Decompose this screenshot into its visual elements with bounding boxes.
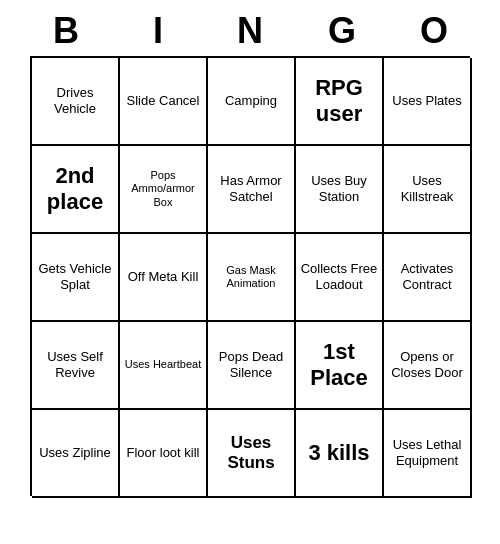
cell-text-7: Has Armor Satchel [212,173,290,204]
bingo-cell-3: RPG user [296,58,384,146]
cell-text-17: Pops Dead Silence [212,349,290,380]
cell-text-19: Opens or Closes Door [388,349,466,380]
cell-text-13: Collects Free Loadout [300,261,378,292]
bingo-cell-24: Uses Lethal Equipment [384,410,472,498]
cell-text-18: 1st Place [300,339,378,392]
bingo-letter-O: O [390,10,478,52]
bingo-cell-7: Has Armor Satchel [208,146,296,234]
cell-text-11: Off Meta Kill [128,269,199,285]
bingo-cell-1: Slide Cancel [120,58,208,146]
cell-text-22: Uses Stuns [212,433,290,474]
bingo-cell-15: Uses Self Revive [32,322,120,410]
cell-text-2: Camping [225,93,277,109]
bingo-cell-6: Pops Ammo/armor Box [120,146,208,234]
bingo-header: BINGO [20,10,480,52]
bingo-cell-21: Floor loot kill [120,410,208,498]
bingo-cell-23: 3 kills [296,410,384,498]
bingo-letter-I: I [114,10,202,52]
bingo-cell-10: Gets Vehicle Splat [32,234,120,322]
bingo-cell-20: Uses Zipline [32,410,120,498]
cell-text-3: RPG user [300,75,378,128]
cell-text-12: Gas Mask Animation [212,264,290,290]
bingo-letter-B: B [22,10,110,52]
bingo-letter-G: G [298,10,386,52]
cell-text-21: Floor loot kill [127,445,200,461]
bingo-cell-14: Activates Contract [384,234,472,322]
cell-text-5: 2nd place [36,163,114,216]
bingo-cell-0: Drives Vehicle [32,58,120,146]
cell-text-8: Uses Buy Station [300,173,378,204]
bingo-letter-N: N [206,10,294,52]
cell-text-4: Uses Plates [392,93,461,109]
cell-text-24: Uses Lethal Equipment [388,437,466,468]
bingo-grid: Drives VehicleSlide CancelCampingRPG use… [30,56,470,496]
bingo-cell-4: Uses Plates [384,58,472,146]
bingo-cell-17: Pops Dead Silence [208,322,296,410]
bingo-cell-9: Uses Killstreak [384,146,472,234]
cell-text-0: Drives Vehicle [36,85,114,116]
bingo-cell-5: 2nd place [32,146,120,234]
bingo-cell-19: Opens or Closes Door [384,322,472,410]
bingo-cell-11: Off Meta Kill [120,234,208,322]
bingo-cell-16: Uses Heartbeat [120,322,208,410]
bingo-cell-12: Gas Mask Animation [208,234,296,322]
cell-text-15: Uses Self Revive [36,349,114,380]
bingo-cell-8: Uses Buy Station [296,146,384,234]
bingo-cell-18: 1st Place [296,322,384,410]
bingo-cell-13: Collects Free Loadout [296,234,384,322]
cell-text-1: Slide Cancel [127,93,200,109]
cell-text-14: Activates Contract [388,261,466,292]
cell-text-20: Uses Zipline [39,445,111,461]
bingo-cell-2: Camping [208,58,296,146]
cell-text-6: Pops Ammo/armor Box [124,169,202,209]
cell-text-10: Gets Vehicle Splat [36,261,114,292]
cell-text-23: 3 kills [308,440,369,466]
cell-text-16: Uses Heartbeat [125,358,201,371]
cell-text-9: Uses Killstreak [388,173,466,204]
bingo-cell-22: Uses Stuns [208,410,296,498]
